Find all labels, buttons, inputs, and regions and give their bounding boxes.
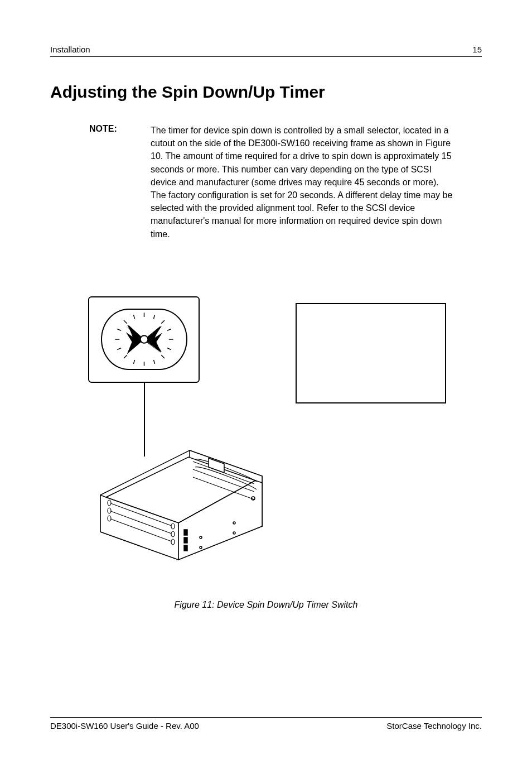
footer-left: DE300i-SW160 User's Guide - Rev. A00 (50, 721, 199, 731)
svg-line-15 (167, 348, 171, 350)
blank-box (296, 303, 446, 403)
timer-dial-face (101, 309, 187, 370)
svg-rect-27 (184, 530, 187, 535)
svg-point-22 (108, 508, 111, 513)
page-title: Adjusting the Spin Down/Up Timer (50, 83, 482, 102)
svg-line-11 (153, 360, 154, 364)
svg-line-12 (117, 329, 121, 331)
svg-line-8 (133, 315, 134, 319)
svg-line-9 (153, 315, 154, 319)
page-number: 15 (472, 45, 482, 54)
timer-dial-closeup (88, 296, 200, 383)
dial-svg-icon (102, 309, 186, 370)
svg-line-10 (133, 360, 134, 364)
svg-line-13 (167, 329, 171, 331)
page-footer: DE300i-SW160 User's Guide - Rev. A00 Sto… (50, 717, 482, 731)
svg-point-21 (108, 500, 111, 506)
svg-line-5 (161, 320, 165, 324)
svg-point-24 (171, 523, 175, 529)
receiving-frame-illustration (89, 428, 279, 562)
svg-point-23 (108, 516, 111, 521)
figure-caption: Figure 11: Device Spin Down/Up Timer Swi… (50, 600, 482, 610)
svg-point-25 (171, 531, 175, 537)
svg-point-26 (171, 539, 175, 545)
figure-area (50, 296, 482, 564)
svg-rect-29 (184, 545, 187, 551)
svg-point-20 (140, 335, 148, 343)
svg-line-6 (123, 355, 127, 358)
footer-right: StorCase Technology Inc. (386, 721, 482, 731)
svg-line-4 (123, 320, 127, 324)
svg-line-14 (117, 348, 121, 350)
note-text: The timer for device spin down is contro… (151, 124, 454, 241)
svg-rect-28 (184, 537, 187, 543)
section-label: Installation (50, 45, 90, 54)
note-block: NOTE: The timer for device spin down is … (89, 124, 482, 241)
page-header: Installation 15 (50, 45, 482, 57)
svg-line-7 (161, 355, 165, 358)
note-label: NOTE: (89, 124, 151, 134)
